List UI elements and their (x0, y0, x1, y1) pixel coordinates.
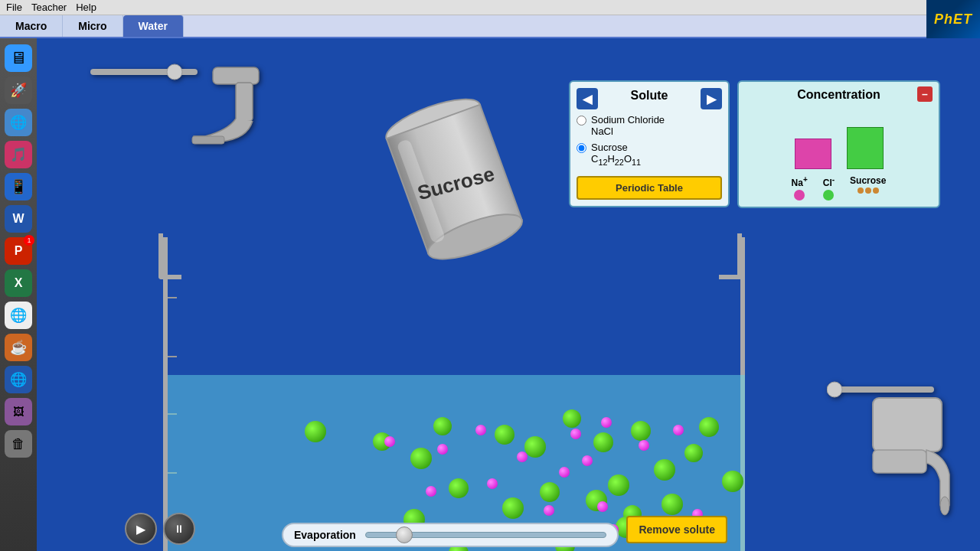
play-icon: ▶ (136, 522, 145, 536)
svg-rect-3 (236, 83, 253, 121)
solute-next-btn[interactable]: ▶ (701, 88, 722, 109)
concentration-panel: Concentration – Na+ Cl- Sucrose (737, 80, 940, 208)
particle-green-11 (684, 444, 703, 462)
sucrose-legend-label: Sucrose (850, 175, 886, 186)
evaporation-label: Evaporation (294, 529, 356, 541)
solute-nav: ◀ Solute ▶ (577, 88, 722, 109)
particle-magenta-0 (384, 436, 395, 447)
sidebar-icon-excel[interactable]: X (5, 269, 32, 297)
cl-dot (823, 190, 834, 201)
particle-magenta-12 (559, 467, 570, 478)
faucet-right (827, 367, 965, 523)
concentration-title: Concentration (745, 88, 933, 102)
sidebar-icon-appstore[interactable]: 📱 (5, 173, 32, 201)
cl-label: Cl- (823, 175, 835, 188)
sucrose-container[interactable]: Sucrose (366, 77, 519, 245)
particle-green-9 (631, 421, 651, 441)
solute-option-nacl[interactable]: Sodium ChlorideNaCl (577, 114, 722, 137)
svg-rect-10 (827, 386, 934, 393)
tab-micro[interactable]: Micro (63, 15, 122, 37)
solute-radio-nacl[interactable] (577, 116, 586, 126)
sidebar-icon-finder[interactable]: 🖥 (5, 44, 32, 72)
legend-cl: Cl- (823, 175, 835, 201)
minimize-btn[interactable]: – (917, 86, 933, 102)
sidebar-icon-notification[interactable]: P 1 (5, 237, 32, 265)
faucet-top (83, 54, 282, 156)
remove-solute-btn[interactable]: Remove solute (626, 516, 727, 543)
particle-magenta-10 (487, 478, 498, 489)
legend-sucrose: Sucrose (850, 175, 886, 194)
svg-point-1 (167, 64, 182, 80)
evaporation-control: Evaporation (282, 523, 619, 547)
menu-teacher[interactable]: Teacher (31, 2, 67, 13)
pause-icon: ⏸ (174, 523, 185, 535)
particle-magenta-13 (597, 501, 608, 512)
conc-bar-cl (847, 127, 884, 169)
svg-rect-2 (213, 67, 259, 84)
particle-green-7 (593, 432, 613, 452)
solute-option-sucrose[interactable]: SucroseC12H22O11 (577, 142, 722, 167)
particle-green-10 (654, 459, 675, 481)
sidebar-icon-chrome[interactable]: 🌐 (5, 302, 32, 329)
sidebar-icon-java[interactable]: ☕ (5, 334, 32, 361)
tab-macro[interactable]: Macro (0, 15, 63, 37)
faucet-top-svg (83, 54, 282, 153)
particle-magenta-2 (475, 425, 486, 435)
sidebar-icon-music[interactable]: 🎵 (5, 141, 32, 168)
playback-controls: ▶ ⏸ (125, 513, 195, 545)
svg-rect-12 (873, 398, 942, 452)
sidebar-icon-trash[interactable]: 🗑 (5, 430, 32, 458)
particle-green-15 (540, 482, 560, 502)
particle-green-4 (495, 425, 514, 445)
tab-water[interactable]: Water (123, 15, 184, 37)
sim-area: Sucrose ◀ Solute ▶ (37, 38, 980, 551)
solute-panel: ◀ Solute ▶ Sodium ChlorideNaCl SucroseC1… (569, 80, 730, 207)
evaporation-thumb[interactable] (396, 527, 413, 543)
menu-file[interactable]: File (6, 2, 22, 13)
legend-na: Na+ (792, 175, 808, 201)
menu-help[interactable]: Help (76, 2, 96, 13)
svg-rect-13 (873, 450, 926, 473)
menu-bar: File Teacher Help (0, 0, 980, 15)
particle-magenta-4 (570, 429, 581, 439)
svg-rect-4 (192, 136, 224, 144)
sucrose-dots (858, 187, 879, 194)
solute-radio-sucrose[interactable] (577, 143, 586, 153)
particle-green-14 (502, 497, 524, 519)
play-btn[interactable]: ▶ (125, 513, 157, 545)
periodic-table-btn[interactable]: Periodic Table (577, 176, 722, 200)
mac-sidebar: 🖥 🚀 🌐 🎵 📱 W P 1 X 🌐 ☕ 🌐 🖼 🗑 (0, 38, 37, 551)
faucet-right-svg (827, 367, 965, 520)
phet-logo: PhET (926, 0, 980, 38)
particle-magenta-7 (639, 440, 649, 451)
conc-legend: Na+ Cl- Sucrose (745, 175, 933, 201)
svg-point-14 (940, 497, 949, 515)
conc-bar-na (795, 139, 831, 169)
sidebar-icon-globe[interactable]: 🌐 (5, 109, 32, 136)
sidebar-icon-network[interactable]: 🌐 (5, 366, 32, 393)
particle-green-18 (662, 494, 683, 515)
solute-label-nacl: Sodium ChlorideNaCl (591, 114, 665, 137)
solute-label-sucrose: SucroseC12H22O11 (591, 142, 641, 167)
particle-green-0 (305, 421, 326, 442)
particle-magenta-5 (582, 455, 593, 466)
pause-btn[interactable]: ⏸ (163, 513, 195, 545)
na-dot (794, 190, 805, 201)
solute-prev-btn[interactable]: ◀ (577, 88, 598, 109)
particle-magenta-8 (673, 425, 684, 435)
particle-magenta-11 (544, 505, 554, 516)
particle-green-13 (449, 478, 469, 498)
na-label: Na+ (792, 175, 808, 188)
sidebar-icon-photos[interactable]: 🖼 (5, 398, 32, 425)
solute-title: Solute (631, 89, 668, 103)
sidebar-icon-word[interactable]: W (5, 205, 32, 233)
particle-green-6 (563, 409, 581, 428)
tab-bar: Macro Micro Water (0, 15, 980, 38)
evaporation-track[interactable] (365, 532, 606, 538)
sucrose-svg: Sucrose (366, 77, 534, 260)
particle-magenta-6 (601, 417, 612, 428)
sidebar-icon-launchpad[interactable]: 🚀 (5, 77, 32, 104)
svg-point-11 (827, 382, 842, 397)
